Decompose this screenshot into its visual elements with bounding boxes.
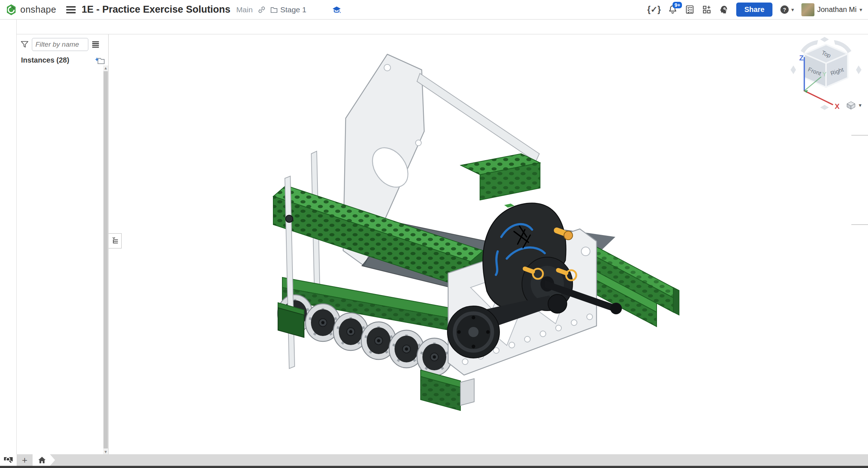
onshape-logo[interactable]: onshape xyxy=(0,4,61,16)
folder-breadcrumb[interactable]: Stage 1 xyxy=(270,5,306,14)
app-store-icon[interactable] xyxy=(702,5,712,14)
svg-text:?: ? xyxy=(783,7,786,13)
home-tab[interactable] xyxy=(33,454,55,466)
add-folder-icon[interactable] xyxy=(95,56,105,64)
list-view-icon[interactable] xyxy=(91,40,100,49)
scrollbar-thumb[interactable] xyxy=(104,71,108,448)
scroll-down-icon[interactable]: ▼ xyxy=(103,449,108,454)
assembly-toolbar xyxy=(17,20,868,34)
search-tabs-icon[interactable] xyxy=(0,454,17,466)
graphics-area[interactable]: Top Front Right Z X Y ▾ xyxy=(109,34,868,454)
link-icon[interactable] xyxy=(258,6,266,14)
onshape-logo-icon xyxy=(5,4,17,16)
document-title: 1E - Practice Exercise Solutions xyxy=(81,4,230,15)
y-axis-label: Y xyxy=(822,71,826,78)
view-cube[interactable]: Top Front Right Z X Y xyxy=(790,37,862,111)
share-button[interactable]: Share xyxy=(736,3,772,17)
right-panel-apps xyxy=(851,224,868,225)
notifications-bell-icon[interactable]: 9+ xyxy=(668,5,678,14)
instances-panel: Instances (28) ▲ ▼ xyxy=(17,34,109,454)
right-panel-tools xyxy=(851,135,868,136)
x-axis-label: X xyxy=(835,102,840,110)
home-icon xyxy=(38,456,46,464)
workspace-label[interactable]: Main xyxy=(236,5,253,14)
left-rail xyxy=(0,20,17,454)
tree-scrollbar[interactable]: ▲ ▼ xyxy=(103,65,108,454)
user-caret-icon: ▾ xyxy=(859,7,862,13)
instances-header: Instances (28) xyxy=(21,56,95,64)
view-cube-icon xyxy=(846,101,856,110)
view-options-caret-icon: ▾ xyxy=(859,102,861,109)
scroll-up-icon[interactable]: ▲ xyxy=(103,65,108,71)
user-menu[interactable]: Jonathan Mi ▾ xyxy=(801,3,863,16)
notification-badge: 9+ xyxy=(673,2,682,8)
main-menu-icon[interactable] xyxy=(66,6,76,13)
help-icon[interactable]: ? ▾ xyxy=(780,5,794,14)
view-options-menu[interactable]: ▾ xyxy=(846,101,861,110)
ai-advisor-icon[interactable] xyxy=(719,5,729,15)
window-bottom-edge xyxy=(0,466,868,468)
stage-label: Stage 1 xyxy=(280,5,306,14)
filter-input[interactable] xyxy=(32,38,88,51)
filter-funnel-icon[interactable] xyxy=(20,40,29,49)
panel-collapse-handle[interactable] xyxy=(109,233,122,248)
viewcube-left-arrow xyxy=(791,65,796,74)
help-caret-icon: ▾ xyxy=(791,7,794,13)
viewcube-right-arrow xyxy=(856,65,861,74)
logo-text: onshape xyxy=(20,4,56,15)
feature-script-icon[interactable]: {✓} xyxy=(647,5,661,14)
release-tasks-icon[interactable] xyxy=(685,5,695,14)
user-name: Jonathan Mi xyxy=(817,5,857,14)
z-axis-label: Z xyxy=(799,54,804,62)
app-header: onshape 1E - Practice Exercise Solutions… xyxy=(0,0,868,20)
viewcube-up-arrow xyxy=(820,37,829,42)
folder-icon xyxy=(270,6,278,13)
document-tab-bar: + xyxy=(0,454,868,466)
user-avatar xyxy=(801,3,814,16)
instances-tree xyxy=(17,65,103,454)
learning-center-icon[interactable] xyxy=(332,5,341,14)
assembly-viewport[interactable] xyxy=(109,34,868,454)
new-tab-button[interactable]: + xyxy=(17,454,33,466)
viewcube-down-arrow xyxy=(820,105,829,110)
